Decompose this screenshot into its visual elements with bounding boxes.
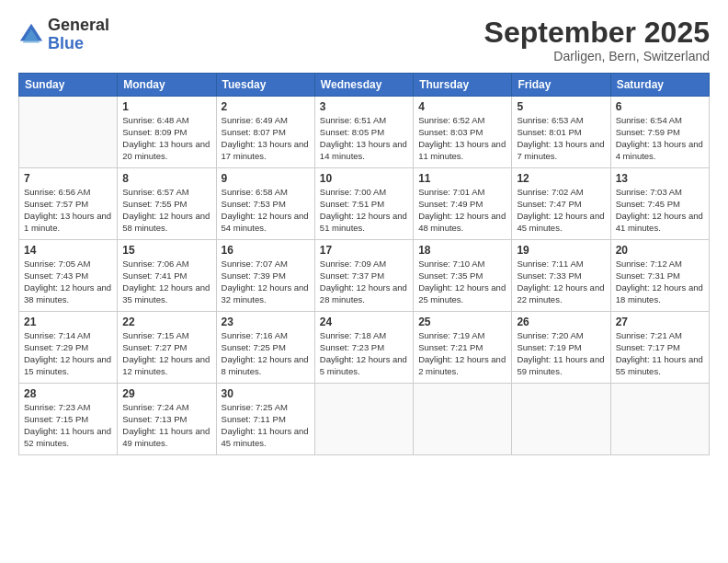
day-number: 15 xyxy=(122,244,210,257)
day-number: 24 xyxy=(320,316,408,328)
table-cell: 7Sunrise: 6:56 AM Sunset: 7:57 PM Daylig… xyxy=(19,168,118,240)
day-number: 27 xyxy=(616,316,704,328)
table-cell: 4Sunrise: 6:52 AM Sunset: 8:03 PM Daylig… xyxy=(414,97,512,168)
day-detail: Sunrise: 7:00 AM Sunset: 7:51 PM Dayligh… xyxy=(320,187,408,234)
day-number: 23 xyxy=(222,316,310,328)
day-number: 5 xyxy=(517,100,605,113)
day-number: 19 xyxy=(517,244,605,257)
table-cell: 29Sunrise: 7:24 AM Sunset: 7:13 PM Dayli… xyxy=(118,384,216,455)
header: General Blue September 2025 Darligen, Be… xyxy=(18,17,710,63)
day-number: 12 xyxy=(517,172,605,185)
table-cell: 1Sunrise: 6:48 AM Sunset: 8:09 PM Daylig… xyxy=(118,97,216,168)
table-cell: 10Sunrise: 7:00 AM Sunset: 7:51 PM Dayli… xyxy=(314,168,413,240)
day-detail: Sunrise: 7:19 AM Sunset: 7:21 PM Dayligh… xyxy=(418,330,506,377)
table-cell xyxy=(414,384,512,455)
calendar-table: Sunday Monday Tuesday Wednesday Thursday… xyxy=(18,73,710,455)
table-cell: 17Sunrise: 7:09 AM Sunset: 7:37 PM Dayli… xyxy=(314,240,413,312)
day-number: 14 xyxy=(24,244,112,257)
table-cell xyxy=(19,97,118,168)
table-row: 14Sunrise: 7:05 AM Sunset: 7:43 PM Dayli… xyxy=(19,240,710,312)
logo-text: General Blue xyxy=(48,17,109,53)
table-row: 1Sunrise: 6:48 AM Sunset: 8:09 PM Daylig… xyxy=(19,97,710,168)
table-cell: 22Sunrise: 7:15 AM Sunset: 7:27 PM Dayli… xyxy=(118,312,216,384)
col-friday: Friday xyxy=(512,74,610,97)
table-row: 21Sunrise: 7:14 AM Sunset: 7:29 PM Dayli… xyxy=(19,312,710,384)
table-cell: 8Sunrise: 6:57 AM Sunset: 7:55 PM Daylig… xyxy=(118,168,216,240)
day-detail: Sunrise: 7:24 AM Sunset: 7:13 PM Dayligh… xyxy=(122,402,210,449)
logo-general-text: General xyxy=(48,17,109,35)
table-cell: 5Sunrise: 6:53 AM Sunset: 8:01 PM Daylig… xyxy=(512,97,610,168)
day-detail: Sunrise: 7:15 AM Sunset: 7:27 PM Dayligh… xyxy=(122,330,210,377)
day-detail: Sunrise: 6:56 AM Sunset: 7:57 PM Dayligh… xyxy=(24,187,112,234)
day-number: 21 xyxy=(24,316,112,328)
table-cell: 12Sunrise: 7:02 AM Sunset: 7:47 PM Dayli… xyxy=(512,168,610,240)
table-cell: 6Sunrise: 6:54 AM Sunset: 7:59 PM Daylig… xyxy=(610,97,709,168)
day-number: 3 xyxy=(320,100,408,113)
table-cell: 11Sunrise: 7:01 AM Sunset: 7:49 PM Dayli… xyxy=(414,168,512,240)
col-saturday: Saturday xyxy=(610,74,709,97)
day-number: 6 xyxy=(616,100,704,113)
day-detail: Sunrise: 7:11 AM Sunset: 7:33 PM Dayligh… xyxy=(517,259,605,305)
day-number: 13 xyxy=(616,172,704,185)
col-thursday: Thursday xyxy=(414,74,512,97)
day-detail: Sunrise: 7:25 AM Sunset: 7:11 PM Dayligh… xyxy=(222,402,310,449)
col-tuesday: Tuesday xyxy=(216,74,314,97)
day-detail: Sunrise: 7:12 AM Sunset: 7:31 PM Dayligh… xyxy=(616,259,704,305)
logo-icon xyxy=(18,22,44,48)
day-number: 30 xyxy=(222,387,310,400)
col-wednesday: Wednesday xyxy=(314,74,413,97)
location-subtitle: Darligen, Bern, Switzerland xyxy=(484,49,710,63)
table-cell: 27Sunrise: 7:21 AM Sunset: 7:17 PM Dayli… xyxy=(610,312,709,384)
day-detail: Sunrise: 6:53 AM Sunset: 8:01 PM Dayligh… xyxy=(517,115,605,162)
table-cell xyxy=(512,384,610,455)
day-detail: Sunrise: 6:54 AM Sunset: 7:59 PM Dayligh… xyxy=(616,115,704,162)
day-number: 2 xyxy=(222,100,310,113)
day-number: 17 xyxy=(320,244,408,257)
day-number: 26 xyxy=(517,316,605,328)
day-number: 16 xyxy=(222,244,310,257)
day-number: 18 xyxy=(418,244,506,257)
day-number: 9 xyxy=(222,172,310,185)
day-detail: Sunrise: 7:09 AM Sunset: 7:37 PM Dayligh… xyxy=(320,259,408,305)
table-cell: 19Sunrise: 7:11 AM Sunset: 7:33 PM Dayli… xyxy=(512,240,610,312)
day-detail: Sunrise: 6:52 AM Sunset: 8:03 PM Dayligh… xyxy=(418,115,506,162)
day-number: 11 xyxy=(418,172,506,185)
table-cell: 16Sunrise: 7:07 AM Sunset: 7:39 PM Dayli… xyxy=(216,240,314,312)
table-cell: 30Sunrise: 7:25 AM Sunset: 7:11 PM Dayli… xyxy=(216,384,314,455)
table-cell: 14Sunrise: 7:05 AM Sunset: 7:43 PM Dayli… xyxy=(19,240,118,312)
table-cell: 3Sunrise: 6:51 AM Sunset: 8:05 PM Daylig… xyxy=(314,97,413,168)
header-row: Sunday Monday Tuesday Wednesday Thursday… xyxy=(19,74,710,97)
day-detail: Sunrise: 7:21 AM Sunset: 7:17 PM Dayligh… xyxy=(616,330,704,377)
day-number: 1 xyxy=(122,100,210,113)
day-number: 28 xyxy=(24,387,112,400)
day-detail: Sunrise: 6:49 AM Sunset: 8:07 PM Dayligh… xyxy=(222,115,310,162)
table-cell: 2Sunrise: 6:49 AM Sunset: 8:07 PM Daylig… xyxy=(216,97,314,168)
table-cell: 9Sunrise: 6:58 AM Sunset: 7:53 PM Daylig… xyxy=(216,168,314,240)
day-detail: Sunrise: 7:07 AM Sunset: 7:39 PM Dayligh… xyxy=(222,259,310,305)
day-detail: Sunrise: 7:23 AM Sunset: 7:15 PM Dayligh… xyxy=(24,402,112,449)
day-detail: Sunrise: 6:51 AM Sunset: 8:05 PM Dayligh… xyxy=(320,115,408,162)
day-number: 7 xyxy=(24,172,112,185)
day-detail: Sunrise: 7:01 AM Sunset: 7:49 PM Dayligh… xyxy=(418,187,506,234)
logo-blue-text: Blue xyxy=(48,35,109,53)
day-detail: Sunrise: 7:06 AM Sunset: 7:41 PM Dayligh… xyxy=(122,259,210,305)
day-number: 29 xyxy=(122,387,210,400)
day-detail: Sunrise: 7:10 AM Sunset: 7:35 PM Dayligh… xyxy=(418,259,506,305)
title-block: September 2025 Darligen, Bern, Switzerla… xyxy=(484,17,710,63)
day-detail: Sunrise: 7:14 AM Sunset: 7:29 PM Dayligh… xyxy=(24,330,112,377)
day-number: 4 xyxy=(418,100,506,113)
day-number: 8 xyxy=(122,172,210,185)
table-cell: 15Sunrise: 7:06 AM Sunset: 7:41 PM Dayli… xyxy=(118,240,216,312)
col-monday: Monday xyxy=(118,74,216,97)
day-detail: Sunrise: 7:18 AM Sunset: 7:23 PM Dayligh… xyxy=(320,330,408,377)
table-cell xyxy=(610,384,709,455)
page: General Blue September 2025 Darligen, Be… xyxy=(0,0,728,563)
table-cell: 24Sunrise: 7:18 AM Sunset: 7:23 PM Dayli… xyxy=(314,312,413,384)
day-number: 10 xyxy=(320,172,408,185)
day-detail: Sunrise: 7:20 AM Sunset: 7:19 PM Dayligh… xyxy=(517,330,605,377)
day-detail: Sunrise: 6:48 AM Sunset: 8:09 PM Dayligh… xyxy=(122,115,210,162)
table-cell: 23Sunrise: 7:16 AM Sunset: 7:25 PM Dayli… xyxy=(216,312,314,384)
month-title: September 2025 xyxy=(484,17,710,49)
col-sunday: Sunday xyxy=(19,74,118,97)
day-detail: Sunrise: 7:02 AM Sunset: 7:47 PM Dayligh… xyxy=(517,187,605,234)
